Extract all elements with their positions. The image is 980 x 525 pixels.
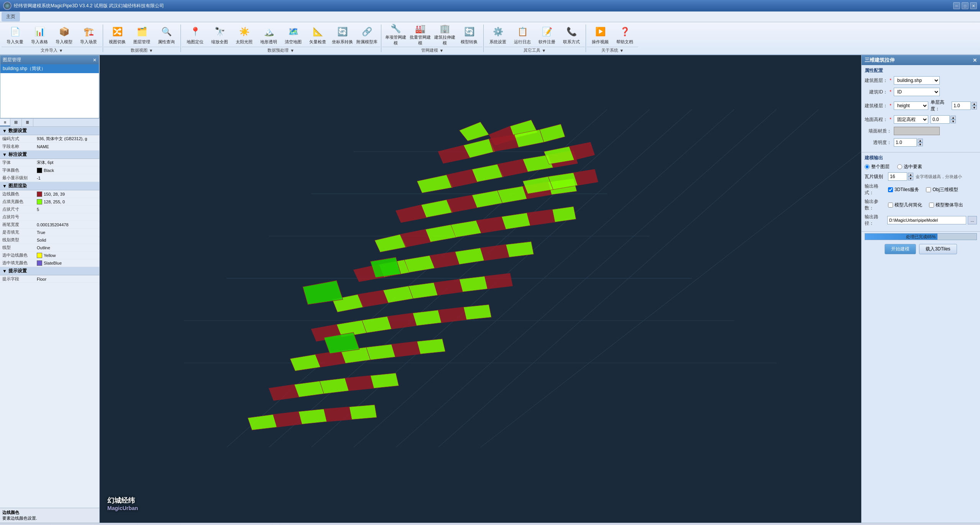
coord-convert-button[interactable]: 🔄 坐标系转换 bbox=[330, 24, 354, 46]
ground-elev-down[interactable]: ▼ bbox=[950, 119, 956, 123]
import-table-button[interactable]: 📊 导入表格 bbox=[28, 24, 51, 46]
tile-level-down[interactable]: ▼ bbox=[908, 177, 913, 180]
layer-item[interactable]: building.shp（简状） bbox=[0, 64, 99, 73]
check-simplify[interactable]: 模型几何简化 bbox=[888, 202, 922, 208]
point-size-key: 点状尺寸 bbox=[2, 206, 37, 212]
vector-check-button[interactable]: 📐 矢量检查 bbox=[306, 24, 330, 46]
right-panel-close-button[interactable]: ✕ bbox=[973, 57, 977, 63]
hint-settings-header[interactable]: ▼ 提示设置 bbox=[0, 267, 99, 275]
single-model-button[interactable]: 🔧 单项管网建模 bbox=[384, 24, 407, 46]
attr-query-label: 属性查询 bbox=[158, 39, 175, 45]
layer-mgr-button[interactable]: 🗂️ 图层管理 bbox=[130, 24, 154, 46]
batch-model-button[interactable]: 🏭 批量管网建模 bbox=[408, 24, 432, 46]
tile-level-input[interactable] bbox=[888, 172, 907, 181]
title-bar: 经纬管网建模系统MagicPipe3D V3.4.2 试用版 武汉幻城经纬科技有… bbox=[0, 0, 980, 11]
attach-lib-button[interactable]: 🔗 附属模型库 bbox=[355, 24, 379, 46]
fill-bool-val: True bbox=[37, 230, 45, 235]
sel-fill-color-row: 选中填充颜色 SlateBlue bbox=[0, 259, 99, 267]
coord-convert-icon: 🔄 bbox=[335, 25, 349, 38]
pen-width-key: 画笔宽度 bbox=[2, 222, 37, 227]
clear-map-icon: 🗺️ bbox=[286, 25, 300, 38]
menu-item-home[interactable]: 主页 bbox=[2, 12, 20, 21]
close-window-button[interactable]: ✕ bbox=[970, 2, 977, 9]
browse-button[interactable]: ... bbox=[968, 216, 977, 224]
op-video-button[interactable]: ▶️ 操作视频 bbox=[588, 24, 612, 46]
help-doc-button[interactable]: ❓ 帮助文档 bbox=[613, 24, 637, 46]
floor-height-spinner: ▲ ▼ bbox=[952, 101, 977, 110]
window-controls: ─ □ ✕ bbox=[953, 2, 977, 9]
model-convert-button[interactable]: 🔄 模型转换 bbox=[457, 24, 481, 46]
import-vector-button[interactable]: 📄 导入矢量 bbox=[3, 24, 27, 46]
load-3dtiles-button[interactable]: 载入3DTiles bbox=[919, 244, 957, 254]
svg-marker-72 bbox=[320, 378, 349, 394]
toolbar-section-file-import: 📄 导入矢量 📊 导入表格 📦 导入模型 🏗️ 导入场景 文件导入 bbox=[2, 23, 102, 54]
clear-map-button[interactable]: 🗺️ 清空地图 bbox=[281, 24, 305, 46]
ground-elev-up[interactable]: ▲ bbox=[950, 116, 956, 119]
layer-render-header[interactable]: ▼ 图层渲染 bbox=[0, 182, 99, 190]
transparency-down[interactable]: ▼ bbox=[918, 142, 923, 146]
attr-query-icon: 🔍 bbox=[159, 25, 173, 38]
ground-elev-select[interactable]: 固定高程 bbox=[894, 115, 928, 124]
transparency-input[interactable] bbox=[894, 138, 917, 147]
building-model-button[interactable]: 🏢 建筑拉伸建模 bbox=[433, 24, 456, 46]
sun-light-button[interactable]: ☀️ 太阳光照 bbox=[232, 24, 256, 46]
props-tab-2[interactable]: ≣ bbox=[22, 119, 33, 126]
check-3dtiles[interactable]: 3DTiles服务 bbox=[888, 186, 919, 193]
check-obj-input[interactable] bbox=[926, 187, 931, 192]
check-export-input[interactable] bbox=[929, 203, 934, 208]
floor-height-down[interactable]: ▼ bbox=[972, 106, 977, 110]
check-simplify-input[interactable] bbox=[888, 203, 893, 208]
start-build-button[interactable]: 开始建模 bbox=[885, 244, 916, 254]
building-layer-required: * bbox=[890, 78, 891, 83]
run-log-button[interactable]: 📋 运行日志 bbox=[511, 24, 534, 46]
import-model-label: 导入模型 bbox=[56, 39, 72, 45]
logo-icon bbox=[3, 2, 11, 10]
check-obj[interactable]: Obj三维模型 bbox=[926, 186, 958, 193]
tile-level-up[interactable]: ▲ bbox=[908, 173, 913, 177]
building-layer-select[interactable]: building.shp bbox=[894, 76, 940, 85]
import-scene-button[interactable]: 🏗️ 导入场景 bbox=[77, 24, 100, 46]
check-3dtiles-input[interactable] bbox=[888, 187, 893, 192]
sun-light-label: 太阳光照 bbox=[236, 39, 253, 45]
radio-whole-layer-input[interactable] bbox=[865, 164, 870, 169]
zoom-all-button[interactable]: 🔭 缩放全图 bbox=[208, 24, 231, 46]
sw-register-button[interactable]: 📝 软件注册 bbox=[535, 24, 559, 46]
minlevel-val: -1 bbox=[37, 176, 41, 180]
minimize-button[interactable]: ─ bbox=[953, 2, 960, 9]
toolbar-div-2 bbox=[181, 25, 181, 52]
about-section-label: 关于系统 bbox=[601, 47, 618, 53]
building-floor-select[interactable]: height bbox=[894, 101, 928, 110]
svg-marker-62 bbox=[438, 307, 466, 323]
check-export[interactable]: 模型整体导出 bbox=[929, 202, 963, 208]
floor-height-input[interactable] bbox=[952, 101, 971, 110]
props-tabs: ≡ ⊞ ≣ bbox=[0, 119, 99, 127]
maximize-button[interactable]: □ bbox=[962, 2, 969, 9]
props-tab-1[interactable]: ⊞ bbox=[10, 119, 22, 126]
data-settings-header[interactable]: ▼ 数据设置 bbox=[0, 127, 99, 135]
building-id-select[interactable]: ID bbox=[894, 88, 940, 96]
tile-level-spinner-btns: ▲ ▼ bbox=[908, 173, 913, 180]
label-settings-header[interactable]: ▼ 标注设置 bbox=[0, 150, 99, 159]
wall-mat-input[interactable] bbox=[894, 127, 940, 135]
sys-settings-button[interactable]: ⚙️ 系统设置 bbox=[486, 24, 510, 46]
attr-query-button[interactable]: 🔍 属性查询 bbox=[154, 24, 178, 46]
ground-elev-input[interactable] bbox=[931, 115, 950, 124]
contact-button[interactable]: 📞 联系方式 bbox=[560, 24, 583, 46]
map-locate-button[interactable]: 📍 地图定位 bbox=[183, 24, 207, 46]
radio-selected-element[interactable]: 选中要素 bbox=[897, 164, 922, 170]
layer-manager-close-button[interactable]: ✕ bbox=[93, 57, 97, 63]
view-switch-button[interactable]: 🔀 视图切换 bbox=[105, 24, 129, 46]
map-area[interactable]: 幻城经纬 MagicUrban bbox=[100, 55, 861, 523]
radio-selected-element-input[interactable] bbox=[897, 164, 902, 169]
radio-whole-layer[interactable]: 整个图层 bbox=[865, 164, 890, 170]
output-path-input[interactable] bbox=[887, 216, 966, 224]
import-model-button[interactable]: 📦 导入模型 bbox=[52, 24, 76, 46]
wall-mat-row: 墙面材质： bbox=[865, 127, 977, 135]
floor-height-up[interactable]: ▲ bbox=[972, 102, 977, 106]
data-view-arrow: ▼ bbox=[149, 48, 153, 53]
transparency-up[interactable]: ▲ bbox=[918, 139, 923, 142]
terrain-trans-button[interactable]: 🏔️ 地形透明 bbox=[257, 24, 281, 46]
terrain-trans-icon: 🏔️ bbox=[262, 25, 276, 38]
toolbar-section-data-preprocess: 📍 地图定位 🔭 缩放全图 ☀️ 太阳光照 🏔️ 地形透明 🗺️ 清 bbox=[182, 23, 380, 54]
props-tab-0[interactable]: ≡ bbox=[0, 119, 10, 126]
